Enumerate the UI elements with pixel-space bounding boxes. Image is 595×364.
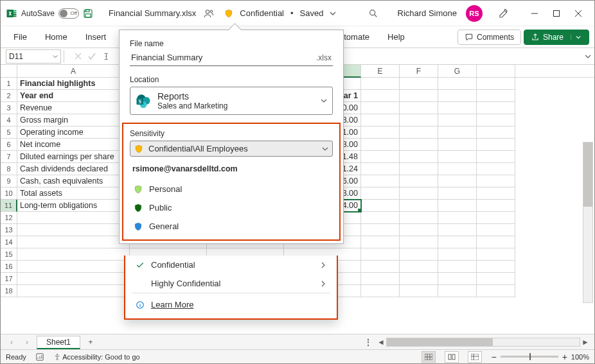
cell[interactable]: [361, 273, 400, 285]
column-header[interactable]: E: [361, 65, 400, 77]
ribbon-mode-icon[interactable]: [498, 8, 510, 19]
location-picker[interactable]: S Reports Sales and Marketing: [130, 87, 333, 115]
cell[interactable]: [477, 78, 515, 90]
cell[interactable]: [361, 187, 400, 200]
row-header[interactable]: 3: [1, 102, 17, 114]
cell[interactable]: [361, 114, 400, 126]
share-dropdown-button[interactable]: [571, 35, 582, 40]
cell[interactable]: [400, 273, 438, 285]
row-header[interactable]: 5: [1, 126, 17, 139]
row-header[interactable]: 17: [1, 273, 17, 285]
column-header[interactable]: [477, 65, 515, 77]
cell[interactable]: [400, 236, 438, 248]
cell[interactable]: [361, 248, 400, 261]
cell[interactable]: [361, 102, 400, 114]
search-icon[interactable]: [368, 8, 378, 19]
add-sheet-button[interactable]: +: [84, 338, 97, 347]
cell[interactable]: [400, 200, 438, 212]
cell[interactable]: Year end: [17, 90, 130, 102]
accessibility-status[interactable]: Accessibility: Good to go: [53, 353, 140, 361]
row-header[interactable]: 16: [1, 261, 17, 273]
cell[interactable]: [361, 285, 400, 297]
cell[interactable]: [438, 261, 477, 273]
avatar[interactable]: RS: [466, 5, 483, 22]
window-minimize-button[interactable]: [524, 4, 546, 22]
cell[interactable]: [438, 78, 477, 90]
cell[interactable]: [438, 90, 477, 102]
cell[interactable]: [438, 273, 477, 285]
cell[interactable]: [400, 187, 438, 200]
cell[interactable]: Cash, cash equivalents: [17, 175, 130, 187]
cell[interactable]: [400, 78, 438, 90]
cell[interactable]: [400, 224, 438, 236]
cell[interactable]: [477, 139, 515, 151]
view-page-break-button[interactable]: [468, 351, 482, 363]
cell[interactable]: Diluted earnings per share: [17, 151, 130, 163]
cell[interactable]: Revenue: [17, 102, 130, 114]
cell[interactable]: [361, 78, 400, 90]
cell[interactable]: [477, 163, 515, 175]
cell[interactable]: [17, 212, 130, 224]
cell[interactable]: [477, 187, 515, 200]
sheet-nav-next[interactable]: ›: [21, 338, 33, 347]
cell[interactable]: [361, 212, 400, 224]
document-title[interactable]: Financial Summary.xlsx: [109, 8, 196, 18]
autosave-toggle[interactable]: Off: [58, 8, 79, 19]
column-header[interactable]: G: [438, 65, 477, 77]
scroll-right-button[interactable]: ►: [582, 338, 589, 347]
row-header[interactable]: 10: [1, 187, 17, 200]
cell[interactable]: [17, 261, 130, 273]
cell[interactable]: [477, 151, 515, 163]
cell[interactable]: [361, 175, 400, 187]
row-header[interactable]: 12: [1, 212, 17, 224]
cell[interactable]: [438, 139, 477, 151]
cell[interactable]: [477, 224, 515, 236]
cell[interactable]: [361, 126, 400, 139]
cell[interactable]: [477, 212, 515, 224]
row-header[interactable]: 15: [1, 248, 17, 261]
cell[interactable]: [361, 224, 400, 236]
cell[interactable]: [477, 285, 515, 297]
cell[interactable]: [438, 151, 477, 163]
cell[interactable]: [438, 224, 477, 236]
window-close-button[interactable]: [567, 4, 589, 22]
cell[interactable]: [400, 212, 438, 224]
cell[interactable]: [400, 139, 438, 151]
cell[interactable]: [477, 102, 515, 114]
cell[interactable]: [361, 261, 400, 273]
sensitivity-option-general[interactable]: General: [130, 217, 333, 236]
sheet-nav-prev[interactable]: ‹: [6, 338, 17, 347]
cell[interactable]: [438, 175, 477, 187]
row-header[interactable]: 14: [1, 236, 17, 248]
row-header[interactable]: 2: [1, 90, 17, 102]
row-header[interactable]: 11: [1, 200, 17, 212]
tab-overflow-icon[interactable]: ⋮: [364, 338, 373, 347]
cell[interactable]: [438, 285, 477, 297]
save-state-label[interactable]: Saved: [300, 8, 324, 18]
cell[interactable]: [361, 200, 400, 212]
window-maximize-button[interactable]: [546, 4, 567, 22]
row-header[interactable]: 6: [1, 139, 17, 151]
column-header[interactable]: A: [17, 65, 130, 77]
tab-home[interactable]: Home: [37, 28, 75, 46]
cell[interactable]: [477, 90, 515, 102]
zoom-in-button[interactable]: +: [562, 352, 567, 362]
row-header[interactable]: 8: [1, 163, 17, 175]
tab-file[interactable]: File: [6, 28, 35, 46]
cell[interactable]: Long-term obligations: [17, 200, 130, 212]
select-all-corner[interactable]: [1, 65, 17, 77]
cell[interactable]: [400, 285, 438, 297]
vertical-scrollbar[interactable]: [583, 142, 593, 303]
cell[interactable]: [438, 114, 477, 126]
cell[interactable]: Financial highlights: [17, 78, 130, 90]
row-header[interactable]: 1: [1, 78, 17, 90]
cell[interactable]: [438, 236, 477, 248]
cell[interactable]: [17, 285, 130, 297]
cell[interactable]: Total assets: [17, 187, 130, 200]
cell[interactable]: Net income: [17, 139, 130, 151]
cell[interactable]: [438, 212, 477, 224]
cell[interactable]: [400, 163, 438, 175]
formula-bar-expand-button[interactable]: [582, 53, 594, 60]
row-header[interactable]: 18: [1, 285, 17, 297]
row-header[interactable]: 7: [1, 151, 17, 163]
